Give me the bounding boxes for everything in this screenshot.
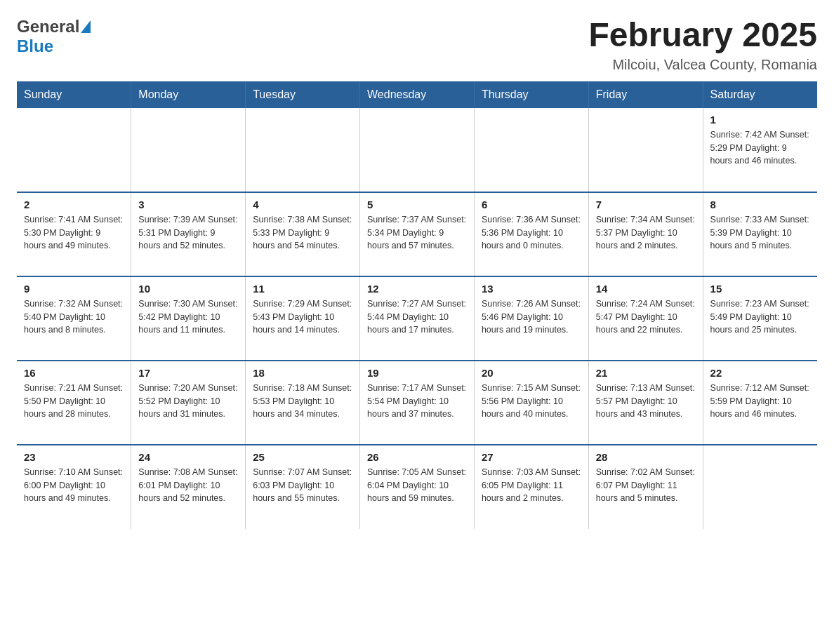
day-number: 20 [482,367,581,379]
day-number: 21 [596,367,696,379]
day-header-monday: Monday [131,81,246,108]
day-number: 9 [24,283,124,295]
calendar-cell: 20Sunrise: 7:15 AM Sunset: 5:56 PM Dayli… [474,361,588,445]
calendar-cell [588,108,703,192]
calendar-cell: 4Sunrise: 7:38 AM Sunset: 5:33 PM Daylig… [246,192,360,276]
day-number: 6 [482,199,581,210]
calendar-cell: 1Sunrise: 7:42 AM Sunset: 5:29 PM Daylig… [703,108,817,192]
day-info: Sunrise: 7:37 AM Sunset: 5:34 PM Dayligh… [367,213,467,253]
day-number: 17 [138,367,238,379]
day-info: Sunrise: 7:10 AM Sunset: 6:00 PM Dayligh… [24,466,124,505]
calendar-cell [360,108,475,192]
day-number: 11 [253,283,352,295]
day-info: Sunrise: 7:41 AM Sunset: 5:30 PM Dayligh… [24,213,124,253]
calendar-cell: 24Sunrise: 7:08 AM Sunset: 6:01 PM Dayli… [131,445,246,529]
day-number: 5 [367,199,467,210]
day-info: Sunrise: 7:17 AM Sunset: 5:54 PM Dayligh… [367,382,467,421]
day-info: Sunrise: 7:07 AM Sunset: 6:03 PM Dayligh… [253,466,352,505]
day-header-friday: Friday [588,81,703,108]
calendar-cell: 2Sunrise: 7:41 AM Sunset: 5:30 PM Daylig… [17,192,131,276]
day-info: Sunrise: 7:29 AM Sunset: 5:43 PM Dayligh… [253,297,352,337]
day-info: Sunrise: 7:21 AM Sunset: 5:50 PM Dayligh… [24,382,124,421]
day-number: 12 [367,283,467,295]
calendar-cell: 17Sunrise: 7:20 AM Sunset: 5:52 PM Dayli… [131,361,246,445]
calendar-cell: 19Sunrise: 7:17 AM Sunset: 5:54 PM Dayli… [360,361,475,445]
logo-triangle-icon [81,20,91,33]
day-number: 28 [596,451,696,463]
day-number: 22 [710,367,810,379]
calendar-cell: 10Sunrise: 7:30 AM Sunset: 5:42 PM Dayli… [131,276,246,361]
day-number: 23 [24,451,124,463]
calendar-cell: 9Sunrise: 7:32 AM Sunset: 5:40 PM Daylig… [17,276,131,361]
day-info: Sunrise: 7:08 AM Sunset: 6:01 PM Dayligh… [138,466,238,505]
page-header: General Blue February 2025 Milcoiu, Valc… [17,17,817,73]
day-number: 14 [596,283,696,295]
day-info: Sunrise: 7:23 AM Sunset: 5:49 PM Dayligh… [710,297,810,337]
calendar-week-row: 16Sunrise: 7:21 AM Sunset: 5:50 PM Dayli… [17,361,817,445]
calendar-cell [246,108,360,192]
calendar-cell [474,108,588,192]
day-number: 27 [482,451,581,463]
calendar-table: SundayMondayTuesdayWednesdayThursdayFrid… [17,81,817,529]
day-info: Sunrise: 7:12 AM Sunset: 5:59 PM Dayligh… [710,382,810,421]
day-info: Sunrise: 7:32 AM Sunset: 5:40 PM Dayligh… [24,297,124,337]
day-number: 16 [24,367,124,379]
day-info: Sunrise: 7:33 AM Sunset: 5:39 PM Dayligh… [710,213,810,253]
calendar-week-row: 23Sunrise: 7:10 AM Sunset: 6:00 PM Dayli… [17,445,817,529]
day-number: 13 [482,283,581,295]
day-header-saturday: Saturday [703,81,817,108]
day-number: 7 [596,199,696,210]
calendar-week-row: 9Sunrise: 7:32 AM Sunset: 5:40 PM Daylig… [17,276,817,361]
day-number: 24 [138,451,238,463]
day-number: 4 [253,199,352,210]
calendar-cell: 16Sunrise: 7:21 AM Sunset: 5:50 PM Dayli… [17,361,131,445]
calendar-cell: 5Sunrise: 7:37 AM Sunset: 5:34 PM Daylig… [360,192,475,276]
day-info: Sunrise: 7:24 AM Sunset: 5:47 PM Dayligh… [596,297,696,337]
calendar-header-row: SundayMondayTuesdayWednesdayThursdayFrid… [17,81,817,108]
calendar-cell [703,445,817,529]
day-header-wednesday: Wednesday [360,81,475,108]
title-block: February 2025 Milcoiu, Valcea County, Ro… [588,17,817,73]
day-header-sunday: Sunday [17,81,131,108]
day-header-tuesday: Tuesday [246,81,360,108]
calendar-cell: 12Sunrise: 7:27 AM Sunset: 5:44 PM Dayli… [360,276,475,361]
day-number: 18 [253,367,352,379]
logo-general-text: General [17,17,79,36]
calendar-cell: 26Sunrise: 7:05 AM Sunset: 6:04 PM Dayli… [360,445,475,529]
calendar-cell: 27Sunrise: 7:03 AM Sunset: 6:05 PM Dayli… [474,445,588,529]
calendar-cell: 28Sunrise: 7:02 AM Sunset: 6:07 PM Dayli… [588,445,703,529]
day-info: Sunrise: 7:13 AM Sunset: 5:57 PM Dayligh… [596,382,696,421]
day-number: 25 [253,451,352,463]
calendar-cell: 15Sunrise: 7:23 AM Sunset: 5:49 PM Dayli… [703,276,817,361]
day-number: 10 [138,283,238,295]
day-info: Sunrise: 7:36 AM Sunset: 5:36 PM Dayligh… [482,213,581,253]
day-number: 8 [710,199,810,210]
calendar-cell: 22Sunrise: 7:12 AM Sunset: 5:59 PM Dayli… [703,361,817,445]
day-header-thursday: Thursday [474,81,588,108]
day-info: Sunrise: 7:42 AM Sunset: 5:29 PM Dayligh… [710,128,810,168]
calendar-week-row: 1Sunrise: 7:42 AM Sunset: 5:29 PM Daylig… [17,108,817,192]
calendar-cell: 8Sunrise: 7:33 AM Sunset: 5:39 PM Daylig… [703,192,817,276]
day-info: Sunrise: 7:30 AM Sunset: 5:42 PM Dayligh… [138,297,238,337]
calendar-cell [131,108,246,192]
day-info: Sunrise: 7:38 AM Sunset: 5:33 PM Dayligh… [253,213,352,253]
calendar-cell: 6Sunrise: 7:36 AM Sunset: 5:36 PM Daylig… [474,192,588,276]
logo: General Blue [17,17,91,56]
calendar-cell: 25Sunrise: 7:07 AM Sunset: 6:03 PM Dayli… [246,445,360,529]
day-number: 15 [710,283,810,295]
day-number: 2 [24,199,124,210]
day-info: Sunrise: 7:26 AM Sunset: 5:46 PM Dayligh… [482,297,581,337]
calendar-cell: 23Sunrise: 7:10 AM Sunset: 6:00 PM Dayli… [17,445,131,529]
calendar-cell: 3Sunrise: 7:39 AM Sunset: 5:31 PM Daylig… [131,192,246,276]
day-number: 3 [138,199,238,210]
day-number: 19 [367,367,467,379]
calendar-cell: 13Sunrise: 7:26 AM Sunset: 5:46 PM Dayli… [474,276,588,361]
day-info: Sunrise: 7:39 AM Sunset: 5:31 PM Dayligh… [138,213,238,253]
month-title: February 2025 [588,17,817,54]
day-info: Sunrise: 7:27 AM Sunset: 5:44 PM Dayligh… [367,297,467,337]
calendar-cell: 14Sunrise: 7:24 AM Sunset: 5:47 PM Dayli… [588,276,703,361]
day-info: Sunrise: 7:02 AM Sunset: 6:07 PM Dayligh… [596,466,696,505]
calendar-cell: 21Sunrise: 7:13 AM Sunset: 5:57 PM Dayli… [588,361,703,445]
day-info: Sunrise: 7:20 AM Sunset: 5:52 PM Dayligh… [138,382,238,421]
day-info: Sunrise: 7:34 AM Sunset: 5:37 PM Dayligh… [596,213,696,253]
